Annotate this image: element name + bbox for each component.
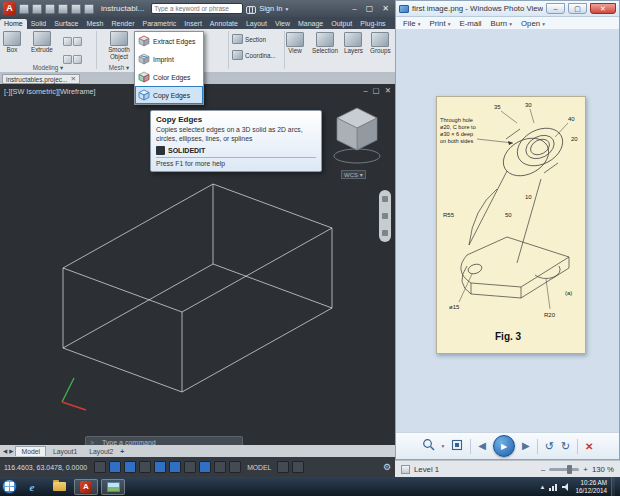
- search-input[interactable]: [151, 3, 243, 14]
- otrack-toggle-icon[interactable]: [184, 461, 196, 473]
- layout-prev-icon[interactable]: ◀: [3, 448, 7, 454]
- tray-expand-icon[interactable]: ▲: [540, 484, 546, 490]
- tab-annotate[interactable]: Annotate: [206, 19, 242, 29]
- section-plane-button[interactable]: Section: [232, 34, 266, 44]
- view-button[interactable]: View: [286, 32, 304, 55]
- workspace-gear-icon[interactable]: ⚙: [383, 462, 391, 472]
- redo-icon[interactable]: [84, 4, 94, 14]
- tab-model[interactable]: Model: [15, 446, 46, 456]
- lwt-toggle-icon[interactable]: [214, 461, 226, 473]
- zoom-caret-icon[interactable]: ▾: [442, 443, 445, 449]
- zoom-slider[interactable]: [549, 468, 579, 471]
- signin-label[interactable]: Sign In: [259, 4, 282, 13]
- taskbar-ie-icon[interactable]: e: [20, 479, 44, 495]
- close-icon[interactable]: ✕: [379, 1, 392, 16]
- model-space-label[interactable]: MODEL: [247, 464, 271, 471]
- autocad-logo-icon[interactable]: A: [3, 2, 16, 15]
- level-icon[interactable]: [401, 465, 410, 474]
- coordinates-button[interactable]: Coordina...: [232, 50, 276, 60]
- layers-button[interactable]: Layers: [344, 32, 363, 55]
- desktop: A instructabl... Sign In ▾ – ▢ ✕ Home So…: [0, 0, 620, 496]
- tpy-toggle-icon[interactable]: [229, 461, 241, 473]
- selection-button[interactable]: Selection: [312, 32, 338, 55]
- smooth-object-button[interactable]: Smooth Object: [100, 31, 138, 60]
- next-image-icon[interactable]: ▶: [522, 441, 530, 451]
- dyn-toggle-icon[interactable]: [199, 461, 211, 473]
- previous-image-icon[interactable]: ◀: [478, 441, 486, 451]
- tab-surface[interactable]: Surface: [50, 19, 82, 29]
- menu-burn[interactable]: Burn ▾: [491, 19, 512, 28]
- snap-toggle-icon[interactable]: [109, 461, 121, 473]
- tab-insert[interactable]: Insert: [180, 19, 206, 29]
- menu-item-imprint[interactable]: Imprint: [135, 50, 203, 68]
- sweep-icon: [63, 55, 72, 64]
- layout-next-icon[interactable]: ▶: [9, 448, 13, 454]
- taskbar-clock[interactable]: 10:26 AM 16/12/2014: [575, 479, 607, 494]
- tab-view[interactable]: View: [271, 19, 294, 29]
- zoom-percent[interactable]: 130 %: [592, 465, 614, 474]
- taskbar-photo-viewer-icon[interactable]: [101, 479, 125, 495]
- polar-toggle-icon[interactable]: [154, 461, 166, 473]
- menu-open[interactable]: Open ▾: [521, 19, 545, 28]
- volume-icon[interactable]: [562, 483, 571, 491]
- rotate-counterclockwise-icon[interactable]: ↺: [545, 441, 554, 452]
- minimize-icon[interactable]: –: [349, 1, 359, 16]
- tab-layout[interactable]: Layout: [242, 19, 271, 29]
- restore-icon[interactable]: ▢: [363, 1, 377, 16]
- zoom-out-icon[interactable]: –: [541, 465, 545, 474]
- menu-print[interactable]: Print ▾: [430, 19, 451, 28]
- osnap-toggle-icon[interactable]: [169, 461, 181, 473]
- save-icon[interactable]: [45, 4, 55, 14]
- undo-icon[interactable]: [71, 4, 81, 14]
- tab-layout1[interactable]: Layout1: [48, 447, 82, 456]
- network-icon[interactable]: [549, 483, 558, 491]
- extrude-button[interactable]: Extrude: [31, 31, 53, 54]
- tab-home[interactable]: Home: [0, 19, 27, 29]
- ortho-toggle-icon[interactable]: [139, 461, 151, 473]
- box-button[interactable]: Box: [3, 31, 21, 54]
- panel-label-modeling[interactable]: Modeling ▾: [0, 64, 96, 71]
- tab-manage[interactable]: Manage: [294, 19, 327, 29]
- menu-email[interactable]: E-mail: [460, 19, 482, 28]
- groups-button[interactable]: Groups: [370, 32, 391, 55]
- new-file-icon[interactable]: [19, 4, 29, 14]
- edge-menu: Extract Edges Imprint Color Edges: [134, 31, 204, 105]
- rotate-clockwise-icon[interactable]: ↻: [561, 441, 570, 452]
- grid-toggle-icon[interactable]: [124, 461, 136, 473]
- start-button[interactable]: [2, 479, 17, 494]
- doc-tab-close-icon[interactable]: ✕: [70, 75, 75, 83]
- zoom-in-icon[interactable]: +: [583, 465, 588, 474]
- infer-toggle-icon[interactable]: [94, 461, 106, 473]
- delete-icon[interactable]: ✕: [585, 441, 593, 452]
- document-tab[interactable]: instructables.projec... ✕: [2, 74, 80, 84]
- pv-close-icon[interactable]: ✕: [590, 3, 616, 14]
- tab-mesh[interactable]: Mesh: [82, 19, 107, 29]
- photo-viewer-content: Through hole ø20, C bore to ø30 × 6 deep…: [396, 30, 619, 432]
- show-desktop-button[interactable]: [611, 477, 615, 496]
- tab-output[interactable]: Output: [327, 19, 356, 29]
- print-icon[interactable]: [58, 4, 68, 14]
- pv-minimize-icon[interactable]: –: [546, 3, 565, 14]
- taskbar-explorer-icon[interactable]: [47, 479, 71, 495]
- annotation-scale-icon[interactable]: [292, 461, 304, 473]
- photo-viewer-window: first image.png - Windows Photo Viewer –…: [395, 0, 620, 460]
- menu-item-copy-edges[interactable]: Copy Edges: [135, 86, 203, 104]
- menu-item-color-edges[interactable]: Color Edges: [135, 68, 203, 86]
- quickview-icon[interactable]: [277, 461, 289, 473]
- tab-layout2[interactable]: Layout2: [84, 447, 118, 456]
- zoom-magnifier-icon[interactable]: [422, 437, 435, 455]
- open-file-icon[interactable]: [32, 4, 42, 14]
- pv-maximize-icon[interactable]: ▢: [568, 3, 587, 14]
- tab-plugins[interactable]: Plug-ins: [356, 19, 389, 29]
- play-slideshow-button[interactable]: ▶: [493, 435, 515, 457]
- command-line[interactable]: >_ Type a command: [85, 436, 243, 445]
- actual-size-icon[interactable]: [451, 437, 463, 455]
- taskbar-autocad-icon[interactable]: A: [74, 479, 98, 495]
- tab-parametric[interactable]: Parametric: [138, 19, 180, 29]
- tab-render[interactable]: Render: [108, 19, 139, 29]
- search-binoculars-icon[interactable]: [246, 5, 256, 13]
- menu-file[interactable]: File ▾: [403, 19, 421, 28]
- tab-solid[interactable]: Solid: [27, 19, 51, 29]
- new-layout-icon[interactable]: +: [120, 448, 124, 455]
- menu-item-extract-edges[interactable]: Extract Edges: [135, 32, 203, 50]
